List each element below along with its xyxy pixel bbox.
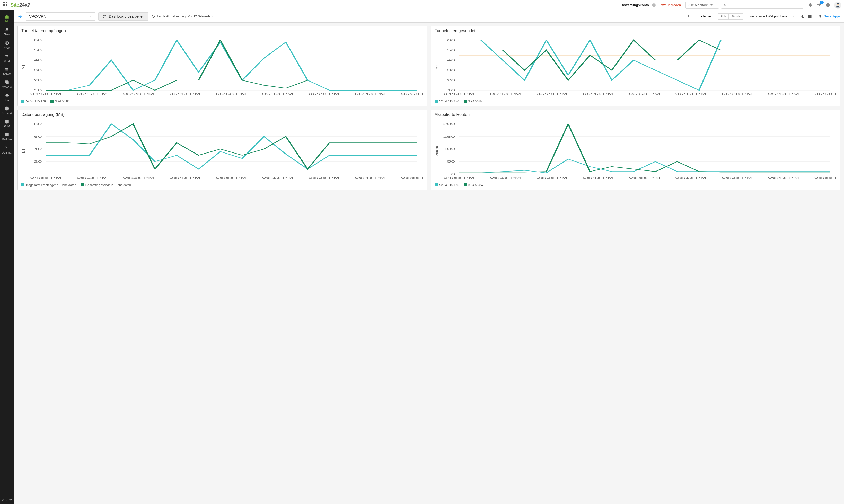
seg-raw[interactable]: Roh [718,14,728,19]
chart-routes[interactable]: 05010015020004:58 PM05:13 PM05:28 PM05:4… [439,122,837,180]
svg-text:06:43 PM: 06:43 PM [355,176,386,179]
svg-text:06:58 PM: 06:58 PM [401,176,423,179]
chart-transfer[interactable]: 2040608004:58 PM05:13 PM05:28 PM05:43 PM… [26,122,423,180]
period-dropdown[interactable]: Zeitraum auf Widget-Ebene [746,13,797,20]
svg-text:05:58 PM: 05:58 PM [629,176,660,179]
svg-text:04:58 PM: 04:58 PM [30,176,61,179]
svg-text:05:58 PM: 05:58 PM [216,176,247,179]
nav-web[interactable]: Web [0,38,14,51]
search-input[interactable] [721,2,803,9]
chart-sent[interactable]: 10203040506004:58 PM05:13 PM05:28 PM05:4… [439,38,837,96]
svg-text:20: 20 [34,79,42,82]
announcements-icon[interactable]: 8 [817,2,821,8]
period-dropdown-label: Zeitraum auf Widget-Ebene [750,15,787,18]
nav-vmware[interactable]: VMware [0,77,14,91]
card-tunnel-received: Tunneldaten empfangen MB 10203040506004:… [17,26,427,106]
apps-grid-icon[interactable] [3,2,8,8]
chart-received[interactable]: 10203040506004:58 PM05:13 PM05:28 PM05:4… [26,38,423,96]
monitor-dropdown[interactable]: Alle Monitore [685,2,719,9]
svg-text:06:13 PM: 06:13 PM [675,176,706,179]
nav-admin[interactable]: Admini.. [0,143,14,156]
edit-dashboard-label: Dashboard bearbeiten [109,14,145,19]
nav-home[interactable]: Heim [0,12,14,25]
refresh-status[interactable]: Letzte Aktualisierung Vor 12 Sekunden [152,15,213,18]
legend: 52.54.115.176 3.94.56.84 [431,182,840,190]
main-content: VPC-VPN + Dashboard bearbeiten Letzte Ak… [14,10,844,504]
svg-text:05:28 PM: 05:28 PM [536,176,567,179]
nav-reports[interactable]: Berichte [0,130,14,143]
svg-rect-13 [5,120,8,123]
svg-text:100: 100 [443,148,455,151]
help-icon[interactable]: ? [825,3,830,7]
nav-network[interactable]: Netzwerk [0,104,14,117]
svg-text:06:58 PM: 06:58 PM [814,176,837,179]
seg-hour[interactable]: Stunde [728,14,743,19]
svg-text:80: 80 [34,122,42,125]
share-button[interactable]: Teile das [696,13,715,20]
tips-link[interactable]: Seitentipps [818,14,840,19]
svg-text:05:43 PM: 05:43 PM [169,176,200,179]
card-title: Tunneldaten gesendet [431,26,840,36]
bell-icon[interactable] [808,3,813,7]
info-icon[interactable]: i [652,3,656,7]
svg-rect-18 [103,17,104,18]
svg-text:?: ? [827,4,829,6]
card-accepted-routes: Akzeptierte Routen Zählen 05010015020004… [431,110,840,190]
upgrade-link[interactable]: Jetzt upgraden [659,3,681,7]
nav-server[interactable]: Server [0,64,14,77]
nav-rum[interactable]: RUM [0,117,14,130]
svg-text:40: 40 [34,59,42,62]
svg-text:0: 0 [451,173,455,176]
granularity-segment: Roh Stunde [718,13,743,20]
svg-point-0 [724,4,726,6]
chevron-down-icon [710,4,713,6]
svg-text:30: 30 [34,69,42,72]
svg-text:06:43 PM: 06:43 PM [355,92,386,95]
chevron-down-icon [90,16,92,17]
ylabel: MB [21,122,26,180]
svg-text:05:58 PM: 05:58 PM [216,92,247,95]
nav-cloud[interactable]: Cloud [0,91,14,104]
svg-text:05:43 PM: 05:43 PM [169,92,200,95]
user-avatar[interactable] [834,2,841,9]
svg-text:04:58 PM: 04:58 PM [30,92,61,95]
noc-view-icon[interactable] [688,14,693,19]
card-title: Akzeptierte Routen [431,110,840,120]
svg-text:06:43 PM: 06:43 PM [768,92,799,95]
svg-text:30: 30 [447,69,455,72]
edit-dashboard-button[interactable]: + Dashboard bearbeiten [98,12,148,21]
dashboard-dropdown-label: VPC-VPN [29,14,46,19]
svg-text:06:28 PM: 06:28 PM [722,176,753,179]
monitor-dropdown-label: Alle Monitore [688,3,708,7]
ylabel: Zählen [435,122,439,180]
nav-apm[interactable]: APM [0,51,14,64]
svg-text:+: + [105,16,106,19]
dashboard-dropdown[interactable]: VPC-VPN [26,12,95,21]
svg-text:05:43 PM: 05:43 PM [583,92,614,95]
svg-text:60: 60 [34,135,42,138]
svg-text:50: 50 [447,160,455,163]
toolbar: VPC-VPN + Dashboard bearbeiten Letzte Ak… [14,10,844,23]
svg-point-7 [7,55,8,57]
grid-edit-icon: + [102,14,106,19]
svg-text:40: 40 [447,59,455,62]
svg-line-1 [726,5,727,6]
svg-text:20: 20 [447,79,455,82]
svg-text:05:13 PM: 05:13 PM [77,176,108,179]
svg-text:50: 50 [34,49,42,52]
svg-text:06:58 PM: 06:58 PM [401,92,423,95]
svg-point-6 [5,55,7,57]
svg-rect-17 [104,15,106,16]
home-tile-icon[interactable] [808,14,812,19]
lightbulb-icon [818,14,822,19]
svg-text:06:13 PM: 06:13 PM [262,92,293,95]
card-tunnel-sent: Tunneldaten gesendet MB 10203040506004:5… [431,26,840,106]
svg-text:04:58 PM: 04:58 PM [444,176,475,179]
back-arrow-icon[interactable] [17,14,23,19]
dark-mode-icon[interactable] [801,14,805,19]
svg-text:06:58 PM: 06:58 PM [814,92,837,95]
svg-text:05:28 PM: 05:28 PM [123,92,154,95]
nav-alarm[interactable]: Alarm [0,25,14,38]
svg-text:10: 10 [447,89,455,92]
search-icon [724,3,727,7]
